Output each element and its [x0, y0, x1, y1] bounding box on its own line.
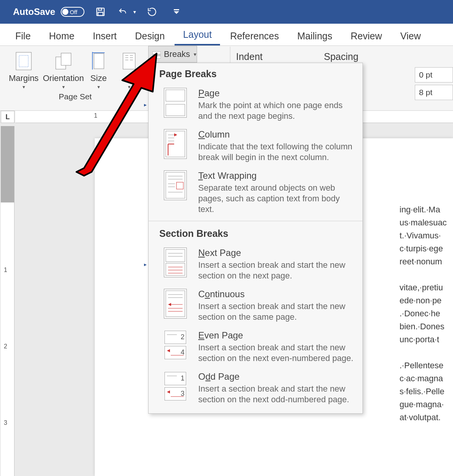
svg-rect-37	[166, 249, 185, 262]
svg-rect-21	[166, 90, 185, 101]
column-break-title: Column	[198, 129, 356, 140]
tab-review[interactable]: Review	[342, 27, 390, 45]
continuous-break-desc: Insert a section break and start the new…	[198, 301, 356, 322]
tab-selector[interactable]: L	[1, 111, 15, 123]
breaks-dropdown: Page Breaks ▸ Page Mark the point at whi…	[148, 63, 363, 414]
svg-rect-8	[61, 53, 71, 65]
autosave-label: AutoSave	[13, 6, 55, 17]
evenpage-break-desc: Insert a section break and start the new…	[198, 342, 356, 364]
document-body-text: ing·elit.·Ma us·malesuac t.·Vivamus· c·t…	[400, 203, 453, 424]
continuous-break-title: Continuous	[198, 289, 356, 300]
tab-design[interactable]: Design	[127, 27, 173, 45]
svg-rect-40	[166, 263, 185, 275]
svg-rect-1	[98, 8, 102, 10]
svg-rect-5	[16, 52, 31, 70]
section-breaks-header: Section Breaks	[149, 223, 362, 244]
break-oddpage-item[interactable]: 13 Odd Page Insert a section break and s…	[149, 368, 362, 409]
orientation-icon	[52, 50, 75, 72]
svg-rect-9	[94, 53, 104, 69]
break-nextpage-item[interactable]: ▸ Next Page Insert a section break and s…	[149, 244, 362, 285]
autosave-toggle[interactable]: Off	[61, 7, 84, 17]
tab-insert[interactable]: Insert	[84, 27, 125, 45]
size-icon	[87, 50, 110, 72]
oddpage-break-title: Odd Page	[198, 371, 356, 382]
svg-text:4: 4	[181, 348, 184, 356]
page-setup-caption: Page Set	[4, 92, 147, 101]
ribbon-tabs: File Home Insert Design Layout Reference…	[0, 24, 453, 46]
textwrap-break-desc: Separate text around objects on web page…	[198, 183, 356, 215]
textwrap-break-title: Text Wrapping	[198, 170, 356, 181]
svg-rect-22	[166, 104, 185, 116]
oddpage-break-desc: Insert a section break and start the new…	[198, 384, 356, 405]
margins-icon	[12, 50, 35, 72]
toggle-dot-icon	[62, 9, 68, 15]
nextpage-break-icon	[164, 248, 187, 277]
svg-rect-2	[98, 12, 103, 16]
tab-references[interactable]: References	[222, 27, 287, 45]
columns-button[interactable]: C ▾	[114, 49, 144, 90]
nextpage-break-desc: Insert a section break and start the new…	[198, 260, 356, 281]
evenpage-break-icon: 24	[164, 330, 187, 360]
breaks-button[interactable]: Breaks ▾	[148, 46, 197, 63]
textwrap-break-icon	[164, 170, 187, 200]
orientation-button[interactable]: Orientation ▾	[44, 49, 83, 90]
vertical-ruler[interactable]: 1 2 3	[1, 126, 15, 476]
margins-button[interactable]: Margins ▾	[4, 49, 44, 90]
svg-rect-20	[152, 56, 161, 58]
break-column-item[interactable]: Column Indicate that the text following …	[149, 125, 362, 167]
columns-icon	[118, 50, 141, 72]
svg-text:2: 2	[181, 333, 184, 341]
svg-text:1: 1	[181, 374, 184, 382]
break-textwrap-item[interactable]: Text Wrapping Separate text around objec…	[149, 167, 362, 219]
spacing-before-input[interactable]: 0 pt	[415, 67, 453, 83]
chevron-down-icon: ▾	[194, 51, 196, 57]
nextpage-break-title: Next Page	[198, 248, 356, 258]
caret-right-icon: ▸	[144, 102, 147, 108]
group-page-setup: Margins ▾ Orientation ▾ Size ▾	[0, 46, 149, 110]
chevron-down-icon: ▾	[62, 84, 65, 90]
tab-layout[interactable]: Layout	[175, 25, 220, 45]
customize-qat-icon[interactable]	[170, 6, 183, 18]
chevron-down-icon: ▾	[128, 84, 131, 90]
column-break-icon	[164, 129, 187, 159]
svg-marker-4	[174, 11, 179, 14]
chevron-down-icon: ▾	[97, 84, 100, 90]
tab-mailings[interactable]: Mailings	[289, 27, 341, 45]
tab-view[interactable]: View	[392, 27, 429, 45]
tab-home[interactable]: Home	[40, 27, 83, 45]
autosave-state: Off	[70, 9, 78, 15]
title-bar: AutoSave Off ▾	[0, 0, 453, 24]
break-evenpage-item[interactable]: 24 Even Page Insert a section break and …	[149, 326, 362, 368]
undo-dropdown-icon[interactable]: ▾	[133, 9, 136, 15]
undo-icon[interactable]	[116, 6, 129, 18]
oddpage-break-icon: 13	[164, 371, 187, 401]
save-icon[interactable]	[94, 6, 107, 18]
page-break-title: Page	[198, 88, 356, 99]
page-break-desc: Mark the point at which one page ends an…	[198, 100, 356, 121]
caret-right-icon: ▸	[144, 261, 147, 267]
svg-rect-19	[152, 52, 161, 54]
svg-rect-12	[123, 53, 135, 69]
evenpage-break-title: Even Page	[198, 330, 356, 341]
chevron-down-icon: ▾	[23, 84, 25, 90]
dropdown-separator	[149, 221, 362, 221]
indent-label: Indent	[236, 51, 263, 62]
continuous-break-icon	[164, 289, 187, 319]
spacing-label: Spacing	[324, 51, 358, 62]
breaks-icon	[152, 51, 161, 58]
tab-file[interactable]: File	[7, 27, 39, 45]
page-break-icon	[164, 88, 187, 118]
break-page-item[interactable]: ▸ Page Mark the point at which one page …	[149, 84, 362, 125]
svg-text:3: 3	[181, 390, 184, 397]
break-continuous-item[interactable]: Continuous Insert a section break and st…	[149, 285, 362, 326]
redo-icon[interactable]	[146, 6, 158, 18]
column-break-desc: Indicate that the text following the col…	[198, 141, 356, 163]
svg-rect-3	[174, 9, 179, 10]
size-button[interactable]: Size ▾	[83, 49, 114, 90]
spacing-after-input[interactable]: 8 pt	[415, 85, 453, 100]
page-breaks-header: Page Breaks	[149, 63, 362, 84]
